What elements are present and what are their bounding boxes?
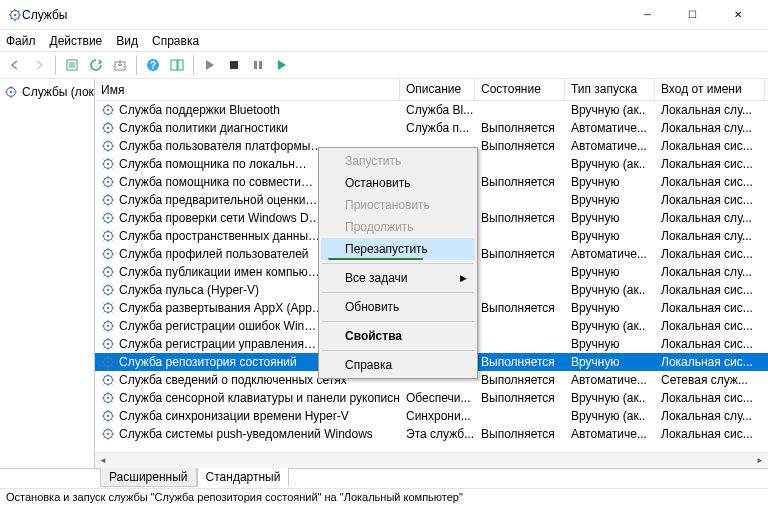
service-row[interactable]: Служба системы push-уведомлений WindowsЭ… <box>95 425 768 443</box>
tree-pane[interactable]: Службы (лок <box>0 79 95 468</box>
col-state[interactable]: Состояние <box>475 79 565 100</box>
svg-point-29 <box>107 217 109 219</box>
ctx-resume[interactable]: Продолжить <box>321 216 475 238</box>
col-logon[interactable]: Вход от имени <box>655 79 765 100</box>
menu-file[interactable]: Файл <box>6 34 36 48</box>
export-icon[interactable] <box>109 54 131 76</box>
gear-icon <box>101 283 115 297</box>
gear-icon <box>101 103 115 117</box>
cell-start: Вручную <box>565 229 655 243</box>
ctx-all-tasks[interactable]: Все задачи▶ <box>321 267 475 289</box>
svg-point-33 <box>107 253 109 255</box>
ctx-help[interactable]: Справка <box>321 354 475 376</box>
ctx-start[interactable]: Запустить <box>321 150 475 172</box>
svg-point-39 <box>107 307 109 309</box>
service-row[interactable]: Служба синхронизации времени Hyper-VСинх… <box>95 407 768 425</box>
cell-start: Вручную (ак.. <box>565 283 655 297</box>
gear-icon <box>101 139 115 153</box>
back-button[interactable] <box>4 54 26 76</box>
gear-icon <box>101 337 115 351</box>
cell-logon: Локальная сис... <box>655 427 765 441</box>
ctx-properties[interactable]: Свойства <box>321 325 475 347</box>
cell-start: Вручную <box>565 301 655 315</box>
tab-standard[interactable]: Стандартный <box>197 468 290 487</box>
cell-desc: Обеспечи... <box>400 391 475 405</box>
cell-state: Выполняется <box>475 121 565 135</box>
minimize-button[interactable]: ─ <box>625 0 670 29</box>
col-desc[interactable]: Описание <box>400 79 475 100</box>
col-name[interactable]: Имя <box>95 79 400 100</box>
svg-rect-9 <box>171 60 177 70</box>
gear-icon <box>101 211 115 225</box>
maximize-button[interactable]: ☐ <box>670 0 715 29</box>
services-icon <box>8 8 22 22</box>
cell-logon: Локальная слу... <box>655 229 765 243</box>
cell-name: Служба поддержки Bluetooth <box>95 103 400 117</box>
cell-start: Вручную <box>565 211 655 225</box>
cell-logon: Локальная сис... <box>655 193 765 207</box>
gear-icon <box>101 319 115 333</box>
statusbar: Остановка и запуск службы "Служба репози… <box>0 488 768 505</box>
cell-start: Автоматиче... <box>565 121 655 135</box>
cell-start: Автоматиче... <box>565 427 655 441</box>
menu-help[interactable]: Справка <box>152 34 199 48</box>
svg-point-27 <box>107 199 109 201</box>
svg-point-1 <box>14 13 17 16</box>
properties-icon[interactable] <box>61 54 83 76</box>
service-row[interactable]: Служба политики диагностикиСлужба п...Вы… <box>95 119 768 137</box>
stop-service-icon[interactable] <box>223 54 245 76</box>
tree-root-services[interactable]: Службы (лок <box>2 83 92 101</box>
service-row[interactable]: Служба поддержки BluetoothСлужба Bl...Вр… <box>95 101 768 119</box>
tab-extended[interactable]: Расширенный <box>100 468 197 487</box>
service-row[interactable]: Служба сенсорной клавиатуры и панели рук… <box>95 389 768 407</box>
svg-text:?: ? <box>150 60 156 71</box>
horizontal-scrollbar[interactable]: ◄ ► <box>95 452 768 468</box>
svg-point-49 <box>107 397 109 399</box>
pause-service-icon[interactable] <box>247 54 269 76</box>
scroll-right-button[interactable]: ► <box>752 453 768 469</box>
ctx-separator <box>322 263 474 264</box>
gear-icon <box>101 265 115 279</box>
cell-start: Вручную (ак.. <box>565 319 655 333</box>
menubar: Файл Действие Вид Справка <box>0 30 768 51</box>
svg-point-31 <box>107 235 109 237</box>
scroll-left-button[interactable]: ◄ <box>95 453 111 469</box>
menu-action[interactable]: Действие <box>50 34 103 48</box>
svg-point-47 <box>107 379 109 381</box>
cell-logon: Локальная слу... <box>655 121 765 135</box>
cell-state: Выполняется <box>475 211 565 225</box>
restart-service-icon[interactable] <box>271 54 293 76</box>
cell-start: Автоматиче... <box>565 247 655 261</box>
preview-icon[interactable] <box>166 54 188 76</box>
cell-state: Выполняется <box>475 355 565 369</box>
status-text: Остановка и запуск службы "Служба репози… <box>6 491 463 503</box>
gear-icon <box>4 85 18 99</box>
ctx-refresh[interactable]: Обновить <box>321 296 475 318</box>
cell-name: Служба политики диагностики <box>95 121 400 135</box>
refresh-icon[interactable] <box>85 54 107 76</box>
gear-icon <box>101 373 115 387</box>
svg-point-23 <box>107 163 109 165</box>
svg-point-53 <box>107 433 109 435</box>
cell-logon: Локальная сис... <box>655 337 765 351</box>
cell-logon: Локальная слу... <box>655 103 765 117</box>
cell-state: Выполняется <box>475 427 565 441</box>
gear-icon <box>101 193 115 207</box>
cell-logon: Локальная сис... <box>655 391 765 405</box>
start-service-icon[interactable] <box>199 54 221 76</box>
col-start[interactable]: Тип запуска <box>565 79 655 100</box>
help-icon[interactable]: ? <box>142 54 164 76</box>
gear-icon <box>101 121 115 135</box>
cell-logon: Локальная сис... <box>655 301 765 315</box>
context-menu: Запустить Остановить Приостановить Продо… <box>318 147 478 379</box>
svg-point-35 <box>107 271 109 273</box>
close-button[interactable]: ✕ <box>715 0 760 29</box>
forward-button[interactable] <box>28 54 50 76</box>
gear-icon <box>101 355 115 369</box>
cell-name: Служба синхронизации времени Hyper-V <box>95 409 400 423</box>
ctx-separator <box>322 350 474 351</box>
ctx-stop[interactable]: Остановить <box>321 172 475 194</box>
menu-view[interactable]: Вид <box>116 34 138 48</box>
annotation-underline <box>328 257 423 260</box>
ctx-pause[interactable]: Приостановить <box>321 194 475 216</box>
